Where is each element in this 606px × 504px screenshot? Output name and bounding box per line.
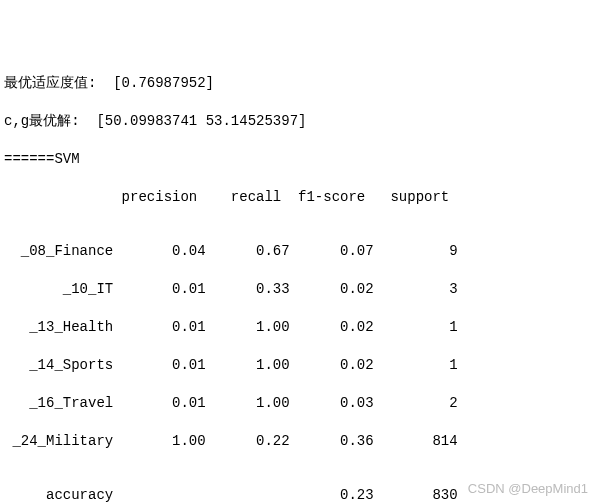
table-row: _08_Finance 0.04 0.67 0.07 9 — [4, 240, 602, 262]
table-header: precision recall f1-score support — [4, 186, 602, 208]
table-row: _10_IT 0.01 0.33 0.02 3 — [4, 278, 602, 300]
table-row: _14_Sports 0.01 1.00 0.02 1 — [4, 354, 602, 376]
cg-line: c,g最优解: [50.09983741 53.14525397] — [4, 110, 602, 132]
table-row: _16_Travel 0.01 1.00 0.03 2 — [4, 392, 602, 414]
svm-header: ======SVM — [4, 148, 602, 170]
watermark: CSDN @DeepMind1 — [468, 481, 588, 496]
table-row: _13_Health 0.01 1.00 0.02 1 — [4, 316, 602, 338]
fitness-line: 最优适应度值: [0.76987952] — [4, 72, 602, 94]
table-row: _24_Military 1.00 0.22 0.36 814 — [4, 430, 602, 452]
